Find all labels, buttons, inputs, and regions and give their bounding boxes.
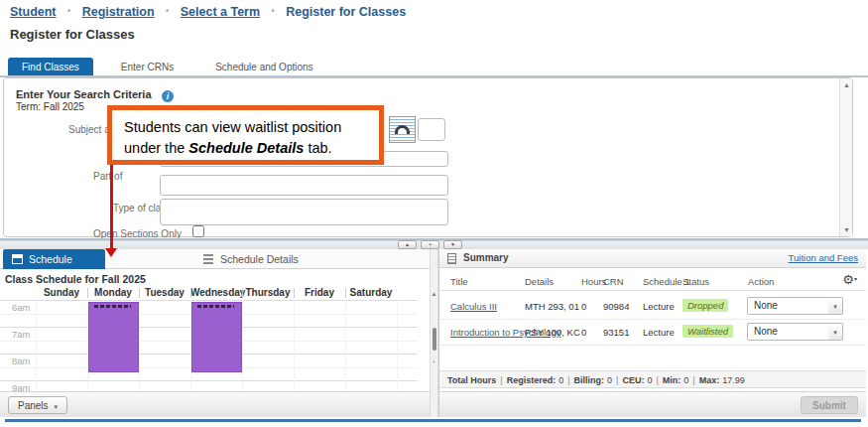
day-divider [345, 288, 346, 298]
schedule-event-wednesday[interactable] [191, 302, 242, 372]
totals-label: Billing: [574, 375, 605, 385]
time-label-6am: 6am [12, 302, 30, 313]
table-header-rule [439, 290, 866, 291]
annotation-arrow-head [105, 248, 117, 257]
callout-line1: Students can view waitlist position [124, 117, 379, 138]
tab-enter-crns[interactable]: Enter CRNs [107, 58, 187, 76]
breadcrumb-registration[interactable]: Registration [82, 5, 155, 19]
search-heading: Enter Your Search Criteria [16, 88, 152, 100]
totals-separator: | [656, 375, 658, 385]
course-details: PSY 100, KC [525, 327, 580, 338]
splitter-expand-up-button[interactable]: ▴ [398, 240, 417, 249]
totals-label: Min: [663, 375, 682, 385]
scroll-down-icon[interactable]: ▼ [840, 226, 853, 233]
open-sections-checkbox[interactable] [192, 225, 204, 237]
day-header-sunday: Sunday [36, 287, 87, 298]
subject-course-input[interactable] [418, 118, 445, 141]
schedule-event-monday[interactable] [88, 302, 139, 372]
column-gridline [397, 300, 398, 391]
calendar-icon [12, 254, 23, 264]
summary-list-icon [447, 253, 456, 264]
day-divider [294, 288, 295, 298]
totals-bar: Total Hours|Registered:0|Billing:0|CEU:0… [439, 370, 866, 388]
day-header-thursday: Thursday [242, 287, 294, 298]
course-crn: 93151 [603, 327, 629, 338]
totals-value: 0 [607, 375, 612, 385]
action-select[interactable]: None [747, 297, 829, 315]
day-header-monday: Monday [87, 287, 139, 298]
panels-button[interactable]: Panels▾ [8, 396, 67, 414]
scroll-up-icon[interactable]: ▲ [431, 291, 437, 297]
breadcrumb-select-a-term[interactable]: Select a Term [181, 5, 260, 19]
splitter-expand-down-button[interactable]: ▾ [443, 240, 462, 249]
scrollbar-thumb[interactable] [433, 328, 436, 351]
breadcrumb: Student • Registration • Select a Term •… [10, 5, 406, 19]
panel-splitter[interactable]: ▴ ▪ ▾ [0, 238, 868, 249]
breadcrumb-separator: • [67, 6, 70, 16]
course-schedule-type: Lecture [643, 327, 675, 338]
top-tabstrip: Find Classes Enter CRNs Schedule and Opt… [8, 58, 341, 76]
type-of-class-input[interactable] [160, 199, 448, 225]
part-of-input[interactable] [160, 175, 448, 196]
totals-label: Max: [699, 375, 720, 385]
gear-icon[interactable]: ⚙▾ [842, 273, 857, 286]
totals-separator: | [567, 375, 569, 385]
totals-value: 0 [647, 375, 652, 385]
splitter-reset-button[interactable]: ▪ [421, 240, 439, 249]
breadcrumb-current: Register for Classes [286, 5, 406, 19]
info-icon[interactable]: i [162, 90, 174, 102]
scroll-up-icon[interactable]: ▲ [840, 81, 853, 88]
table-row-rule [439, 319, 866, 320]
bottom-accent-line [5, 419, 861, 422]
tuition-and-fees-link[interactable]: Tuition and Fees [789, 252, 858, 263]
totals-separator: | [500, 375, 502, 385]
course-picker-icon[interactable] [389, 116, 416, 143]
tab-schedule[interactable]: Schedule [3, 249, 105, 269]
day-header-tuesday: Tuesday [139, 287, 190, 298]
course-hours: 0 [581, 301, 586, 312]
summary-side-scrollbar[interactable]: ▲ ▪ [430, 249, 438, 417]
table-row: Introduction to Psychology PSY 100, KC 0… [439, 321, 866, 347]
panels-button-label: Panels [18, 400, 49, 411]
callout-line2: under the Schedule Details tab. [124, 138, 379, 159]
tab-find-classes[interactable]: Find Classes [8, 58, 93, 76]
summary-title: Summary [463, 252, 509, 263]
callout-line2-prefix: under the [124, 140, 188, 156]
part-of-label: Part of [93, 171, 122, 182]
time-label-8am: 8am [12, 356, 30, 366]
column-header-status: Status [682, 276, 709, 287]
day-divider [242, 288, 243, 298]
schedule-footer: Panels▾ [0, 391, 430, 417]
column-gridline [139, 300, 140, 391]
summary-footer: Submit [439, 391, 866, 417]
search-panel-scrollbar[interactable]: ▲ ▼ [839, 78, 852, 236]
tab-schedule-details[interactable]: Schedule Details [203, 249, 299, 269]
breadcrumb-student[interactable]: Student [10, 5, 57, 19]
page-title: Register for Classes [10, 27, 135, 42]
column-gridline [294, 300, 295, 391]
day-header-saturday: Saturday [345, 287, 397, 298]
annotation-arrow-line [110, 163, 113, 249]
action-select[interactable]: None [747, 323, 829, 341]
list-grid-icon [203, 254, 213, 264]
submit-button[interactable]: Submit [801, 396, 858, 414]
table-row-rule [439, 345, 866, 346]
course-schedule-type: Lecture [643, 301, 675, 312]
hour-gridline [0, 300, 418, 301]
totals-label: Registered: [507, 375, 557, 385]
tab-schedule-and-options[interactable]: Schedule and Options [201, 58, 326, 76]
column-header-details: Details [525, 276, 554, 287]
course-crn: 90984 [603, 301, 629, 312]
callout-line2-suffix: tab. [304, 140, 331, 156]
schedule-heading: Class Schedule for Fall 2025 [5, 273, 146, 285]
action-select-caret-icon[interactable]: ▾ [828, 323, 843, 341]
scrollbar-marker: ▪ [431, 358, 437, 364]
totals-label: CEU: [622, 375, 644, 385]
breadcrumb-separator: • [272, 6, 275, 16]
chevron-down-icon: ▾ [854, 276, 857, 282]
action-select-caret-icon[interactable]: ▾ [828, 297, 843, 315]
schedule-grid: Sunday Monday Tuesday Wednesday Thursday… [0, 286, 418, 391]
schedule-panel: Schedule Schedule Details Class Schedule… [0, 249, 430, 417]
course-title-link[interactable]: Calculus III [450, 301, 497, 312]
day-header-friday: Friday [294, 287, 345, 298]
